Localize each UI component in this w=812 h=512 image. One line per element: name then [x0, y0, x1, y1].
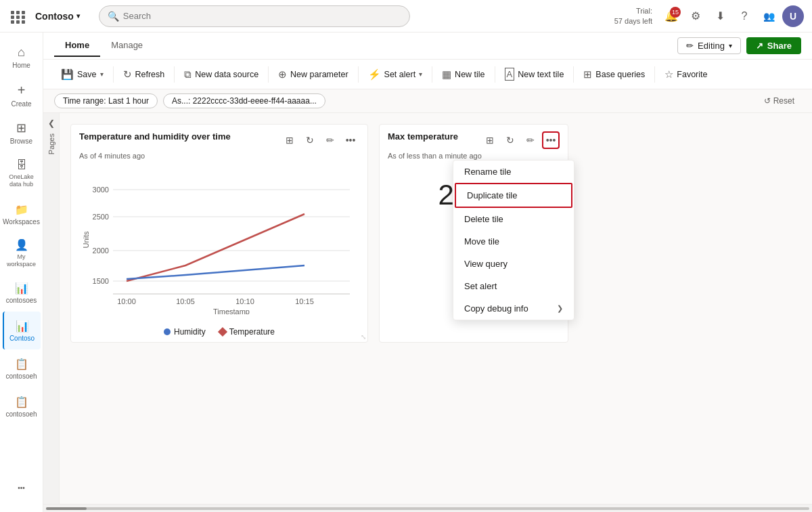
toolbar-separator-3: [268, 66, 269, 83]
sidebar-item-contosoeh1-label: contosoeh: [5, 372, 37, 380]
apps-grid-icon[interactable]: [8, 8, 24, 24]
download-button[interactable]: ⬇: [709, 5, 731, 27]
base-queries-icon: ⊞: [583, 68, 592, 81]
save-label: Save: [77, 70, 97, 79]
context-menu-rename[interactable]: Rename tile: [453, 161, 574, 183]
sidebar-item-contosoeh2[interactable]: 📋 contosoeh: [3, 387, 41, 425]
pages-sidebar: ❮ Pages: [43, 113, 60, 504]
workspace-name-label: Contoso: [35, 11, 74, 22]
sidebar-bottom: •••: [3, 469, 41, 507]
context-menu-duplicate[interactable]: Duplicate tile: [455, 183, 572, 208]
sidebar-item-my-workspace-label: Myworkspace: [7, 253, 36, 268]
workspace-selector[interactable]: Contoso ▾: [30, 8, 85, 24]
context-menu-view-query[interactable]: View query: [453, 253, 574, 275]
pencil-icon: ✏: [686, 41, 694, 51]
resize-handle[interactable]: ⤡: [361, 333, 366, 341]
search-input[interactable]: [123, 11, 401, 21]
editing-button[interactable]: ✏ Editing ▾: [677, 37, 741, 54]
svg-text:Units: Units: [82, 231, 90, 249]
time-range-filter[interactable]: Time range: Last 1 hour: [54, 93, 158, 108]
favorite-button[interactable]: ☆ Favorite: [658, 65, 714, 84]
settings-button[interactable]: ⚙: [685, 5, 706, 27]
tiles-row-1: Temperature and humidity over time ⊞ ↻: [70, 124, 801, 343]
set-alert-label: Set alert: [384, 70, 416, 79]
horizontal-scrollbar[interactable]: [43, 504, 812, 512]
temperature-dot: [218, 327, 227, 337]
new-tile-button[interactable]: ▦ New tile: [435, 65, 491, 84]
reset-icon: ↺: [764, 96, 771, 106]
scroll-thumb[interactable]: [46, 507, 87, 510]
tile1-more-button[interactable]: •••: [342, 131, 359, 149]
new-parameter-button[interactable]: ⊕ New parameter: [271, 65, 355, 84]
favorite-icon: ☆: [664, 68, 673, 81]
refresh-button[interactable]: ↻ Refresh: [116, 65, 172, 84]
svg-text:2000: 2000: [93, 247, 109, 255]
reset-button[interactable]: ↺ Reset: [757, 94, 801, 108]
toolbar-separator-2: [174, 66, 175, 83]
tab-manage[interactable]: Manage: [100, 35, 154, 57]
chart-legend: Humidity Temperature: [71, 322, 367, 342]
svg-text:10:10: 10:10: [235, 297, 254, 305]
as-filter-label: As...: 2222cccc-33dd-eeee-ff44-aaaaa...: [172, 96, 317, 106]
pages-label: Pages: [47, 133, 55, 154]
sidebar-item-contosoeh2-label: contosoeh: [5, 410, 37, 418]
toolbar-separator-6: [495, 66, 495, 83]
sidebar-item-contosoes[interactable]: 📊 contosoes: [3, 274, 41, 312]
favorite-label: Favorite: [677, 70, 707, 79]
as-filter[interactable]: As...: 2222cccc-33dd-eeee-ff44-aaaaa...: [163, 93, 325, 108]
context-menu-move[interactable]: Move tile: [453, 230, 574, 253]
pages-collapse-button[interactable]: ❮: [48, 119, 55, 128]
save-icon: 💾: [61, 68, 74, 81]
set-alert-button[interactable]: ⚡ Set alert ▾: [361, 65, 430, 84]
nav-right-actions: Trial: 57 days left 🔔 15 ⚙ ⬇ ? 👥 U: [614, 5, 804, 27]
view-query-label: View query: [464, 259, 508, 269]
sidebar-more-button[interactable]: •••: [3, 469, 41, 507]
tile1-table-icon-button[interactable]: ⊞: [281, 131, 298, 149]
more-icon: •••: [18, 484, 25, 492]
sidebar-item-home-label: Home: [12, 62, 30, 69]
tile1-subtitle: As of 4 minutes ago: [71, 152, 367, 165]
notifications-button[interactable]: 🔔 15: [660, 5, 682, 27]
sidebar-item-contosoeh1[interactable]: 📋 contosoeh: [3, 349, 41, 387]
tile2-table-icon-button[interactable]: ⊞: [481, 131, 499, 149]
sidebar-item-browse[interactable]: ⊞ Browse: [3, 114, 41, 152]
tab-bar: Home Manage ✏ Editing ▾ ↗ Share: [43, 33, 812, 60]
tab-home[interactable]: Home: [54, 35, 100, 57]
new-tile-label: New tile: [455, 70, 484, 79]
context-menu-copy-debug[interactable]: Copy debug info ❯: [453, 297, 574, 320]
tile2-edit-button[interactable]: ✏: [522, 131, 539, 149]
tile1-refresh-button[interactable]: ↻: [301, 131, 319, 149]
share-button[interactable]: ↗ Share: [746, 37, 801, 54]
sidebar-item-workspaces[interactable]: 📁 Workspaces: [3, 195, 41, 233]
trial-label: Trial:: [614, 6, 652, 16]
context-menu-set-alert[interactable]: Set alert: [453, 275, 574, 297]
new-data-source-button[interactable]: ⧉ New data source: [177, 65, 265, 84]
my-workspace-icon: 👤: [15, 238, 28, 251]
sidebar-item-home[interactable]: ⌂ Home: [3, 38, 41, 76]
share-people-button[interactable]: 👥: [758, 5, 780, 27]
svg-text:2500: 2500: [93, 213, 109, 221]
tile1-edit-button[interactable]: ✏: [321, 131, 339, 149]
toolbar-separator-5: [432, 66, 432, 83]
workspace-chevron-icon: ▾: [76, 12, 80, 20]
new-text-tile-button[interactable]: A New text tile: [498, 64, 571, 84]
base-queries-button[interactable]: ⊞ Base queries: [577, 65, 652, 84]
help-button[interactable]: ?: [734, 5, 755, 27]
tab-right-actions: ✏ Editing ▾ ↗ Share: [677, 37, 801, 54]
context-menu-delete[interactable]: Delete tile: [453, 208, 574, 230]
avatar[interactable]: U: [782, 5, 804, 27]
save-button[interactable]: 💾 Save ▾: [54, 65, 110, 84]
sidebar-item-create[interactable]: + Create: [3, 76, 41, 114]
tile1-title: Temperature and humidity over time: [79, 131, 278, 142]
tile2-refresh-button[interactable]: ↻: [501, 131, 519, 149]
delete-label: Delete tile: [464, 214, 503, 224]
tile2-more-button[interactable]: •••: [542, 131, 560, 149]
sidebar-item-create-label: Create: [11, 100, 31, 108]
sidebar-item-contoso[interactable]: 📊 Contoso: [3, 312, 41, 349]
sidebar-item-workspaces-label: Workspaces: [3, 218, 40, 226]
sidebar-item-my-workspace[interactable]: 👤 Myworkspace: [3, 233, 41, 274]
search-bar[interactable]: 🔍: [99, 5, 410, 27]
content-area: Home Manage ✏ Editing ▾ ↗ Share 💾: [43, 33, 812, 512]
sidebar-item-onelake[interactable]: 🗄 OneLakedata hub: [3, 152, 41, 195]
onelake-icon: 🗄: [16, 159, 27, 171]
